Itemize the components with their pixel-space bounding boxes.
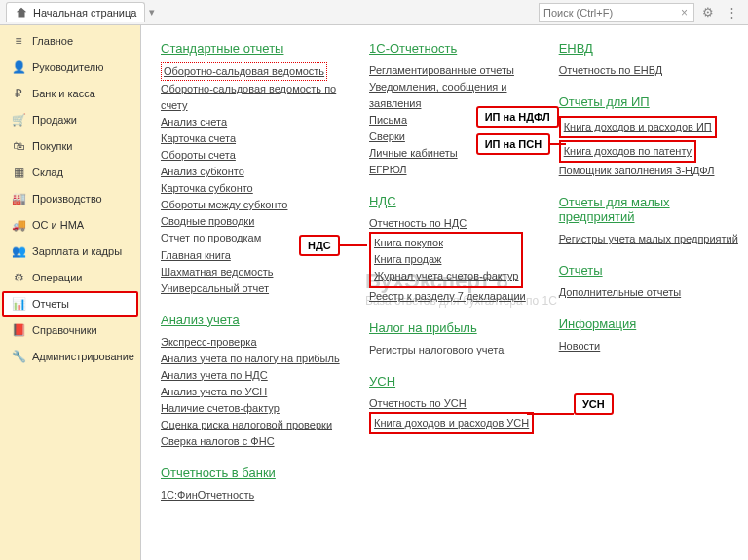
section-usn: УСН Отчетность по УСН Книга доходов и ра… bbox=[369, 374, 540, 434]
link-patent-book[interactable]: Книга доходов по патенту bbox=[564, 143, 692, 160]
menu-icon[interactable]: ⋮ bbox=[722, 5, 742, 19]
link-section7[interactable]: Реестр к разделу 7 декларации bbox=[369, 288, 540, 305]
tab-home[interactable]: Начальная страница bbox=[6, 2, 145, 22]
section-title-1c[interactable]: 1С-Отчетность bbox=[369, 41, 540, 56]
ip-ndfl-box: Книга доходов и расходов ИП bbox=[559, 116, 717, 138]
link-ip-income-book[interactable]: Книга доходов и расходов ИП bbox=[564, 119, 712, 135]
truck-icon: 🚚 bbox=[12, 218, 25, 232]
grid-icon: ▦ bbox=[12, 166, 25, 179]
link-3ndfl[interactable]: Помощник заполнения 3-НДФЛ bbox=[559, 163, 738, 179]
section-envd: ЕНВД Отчетность по ЕНВД bbox=[559, 41, 738, 79]
section-title-standard[interactable]: Стандартные отчеты bbox=[161, 41, 350, 56]
nav-manager[interactable]: 👤Руководителю bbox=[2, 55, 138, 80]
link-nds-analysis[interactable]: Анализ учета по НДС bbox=[161, 367, 350, 384]
link-additional-reports[interactable]: Дополнительные отчеты bbox=[559, 284, 738, 301]
section-bank-reporting: Отчетность в банки 1С:ФинОтчетность bbox=[161, 466, 350, 504]
link-osv[interactable]: Оборотно-сальдовая ведомость bbox=[161, 62, 327, 81]
home-icon bbox=[15, 6, 28, 19]
ip-psn-box: Книга доходов по патенту bbox=[559, 140, 696, 163]
factory-icon: 🏭 bbox=[12, 192, 25, 205]
link-egrul[interactable]: ЕГРЮЛ bbox=[369, 162, 540, 178]
bag-icon: 🛍 bbox=[12, 139, 25, 153]
link-express-check[interactable]: Экспресс-проверка bbox=[161, 334, 350, 351]
link-fin-report[interactable]: 1С:ФинОтчетность bbox=[161, 487, 350, 504]
nav-operations[interactable]: ⚙Операции bbox=[2, 265, 138, 290]
link-risk-assessment[interactable]: Оценка риска налоговой проверки bbox=[161, 417, 350, 433]
section-title-info[interactable]: Информация bbox=[559, 317, 738, 331]
section-title-bank[interactable]: Отчетность в банки bbox=[161, 466, 350, 480]
section-title-small[interactable]: Отчеты для малых предприятий bbox=[559, 195, 738, 224]
link-subconto-between[interactable]: Обороты между субконто bbox=[161, 197, 350, 213]
section-title-profit[interactable]: Налог на прибыль bbox=[369, 320, 540, 335]
book-icon: 📕 bbox=[12, 323, 25, 337]
link-news[interactable]: Новости bbox=[559, 338, 738, 355]
chart-icon: 📊 bbox=[12, 297, 25, 311]
sidebar: ≡Главное 👤Руководителю ₽Банк и касса 🛒Пр… bbox=[0, 25, 141, 560]
link-fns-reconcile[interactable]: Сверка налогов с ФНС bbox=[161, 433, 350, 450]
link-universal[interactable]: Универсальный отчет bbox=[161, 280, 350, 297]
nav-directories[interactable]: 📕Справочники bbox=[2, 317, 138, 343]
section-standard-reports: Стандартные отчеты Оборотно-сальдовая ве… bbox=[161, 41, 350, 297]
callout-usn: УСН bbox=[574, 393, 614, 415]
link-account-turnover[interactable]: Обороты счета bbox=[161, 147, 350, 164]
column-3: ЕНВД Отчетность по ЕНВД ИП на НДФЛ ИП на… bbox=[559, 41, 738, 519]
nav-production[interactable]: 🏭Производство bbox=[2, 186, 138, 211]
nav-salary[interactable]: 👥Зарплата и кадры bbox=[2, 239, 138, 264]
nds-highlighted-box: Книга покупок Книга продаж Журнал учета … bbox=[369, 232, 523, 287]
nav-warehouse[interactable]: ▦Склад bbox=[2, 160, 138, 185]
gear-icon[interactable]: ⚙ bbox=[698, 5, 718, 19]
topbar: Начальная страница ▾ × ⚙ ⋮ bbox=[0, 0, 748, 25]
link-regulated[interactable]: Регламентированные отчеты bbox=[369, 62, 540, 79]
gear-small-icon: ⚙ bbox=[12, 271, 25, 284]
nav-main[interactable]: ≡Главное bbox=[2, 28, 138, 54]
section-nds: НДС НДС Отчетность по НДС Книга покупок … bbox=[369, 194, 540, 304]
link-profit-tax-analysis[interactable]: Анализ учета по налогу на прибыль bbox=[161, 351, 350, 367]
section-info: Информация Новости bbox=[559, 317, 738, 355]
search-clear-icon[interactable]: × bbox=[678, 6, 691, 19]
nav-bank[interactable]: ₽Банк и касса bbox=[2, 81, 138, 106]
list-icon: ≡ bbox=[12, 34, 25, 48]
section-analysis: Анализ учета Экспресс-проверка Анализ уч… bbox=[161, 313, 350, 450]
search-box[interactable]: × bbox=[539, 3, 694, 22]
nav-admin[interactable]: 🔧Администрирование bbox=[2, 344, 138, 369]
link-subconto-analysis[interactable]: Анализ субконто bbox=[161, 164, 350, 180]
callout-ip-ndfl: ИП на НДФЛ bbox=[476, 106, 559, 128]
link-chess[interactable]: Шахматная ведомость bbox=[161, 264, 350, 280]
section-title-analysis[interactable]: Анализ учета bbox=[161, 313, 350, 327]
section-title-nds[interactable]: НДС bbox=[369, 194, 540, 208]
link-consolidated[interactable]: Сводные проводки bbox=[161, 213, 350, 230]
link-osv-account[interactable]: Оборотно-сальдовая ведомость по счету bbox=[161, 81, 350, 114]
link-usn-book[interactable]: Книга доходов и расходов УСН bbox=[374, 415, 529, 431]
tab-dropdown-icon[interactable]: ▾ bbox=[149, 6, 155, 19]
section-title-usn[interactable]: УСН bbox=[369, 374, 540, 389]
link-account-analysis[interactable]: Анализ счета bbox=[161, 114, 350, 131]
link-account-card[interactable]: Карточка счета bbox=[161, 131, 350, 147]
link-small-registers[interactable]: Регистры учета малых предприятий bbox=[559, 231, 738, 247]
section-ip-reports: ИП на НДФЛ ИП на ПСН Отчеты для ИП Книга… bbox=[559, 94, 738, 179]
search-input[interactable] bbox=[543, 7, 678, 19]
link-usn-reporting[interactable]: Отчетность по УСН bbox=[369, 395, 540, 412]
nav-purchases[interactable]: 🛍Покупки bbox=[2, 133, 138, 159]
link-purchase-book[interactable]: Книга покупок bbox=[374, 235, 518, 251]
section-small-business: Отчеты для малых предприятий Регистры уч… bbox=[559, 195, 738, 247]
link-usn-analysis[interactable]: Анализ учета по УСН bbox=[161, 384, 350, 400]
section-reports: Отчеты Дополнительные отчеты bbox=[559, 263, 738, 301]
callout-ip-psn: ИП на ПСН bbox=[476, 133, 550, 155]
usn-highlighted-box: Книга доходов и расходов УСН bbox=[369, 412, 534, 434]
nav-reports[interactable]: 📊Отчеты bbox=[2, 291, 138, 317]
link-invoice-presence[interactable]: Наличие счетов-фактур bbox=[161, 400, 350, 417]
tab-home-label: Начальная страница bbox=[33, 7, 136, 19]
link-tax-registers[interactable]: Регистры налогового учета bbox=[369, 342, 540, 358]
section-title-reports[interactable]: Отчеты bbox=[559, 263, 738, 278]
nav-os-nma[interactable]: 🚚ОС и НМА bbox=[2, 212, 138, 238]
section-title-ip[interactable]: Отчеты для ИП bbox=[559, 94, 738, 109]
people-icon: 👥 bbox=[12, 244, 25, 258]
link-nds-reporting[interactable]: Отчетность по НДС bbox=[369, 215, 540, 232]
link-sales-book[interactable]: Книга продаж bbox=[374, 251, 518, 268]
nav-sales[interactable]: 🛒Продажи bbox=[2, 107, 138, 132]
link-envd-reporting[interactable]: Отчетность по ЕНВД bbox=[559, 62, 738, 79]
ruble-icon: ₽ bbox=[12, 87, 25, 100]
section-title-envd[interactable]: ЕНВД bbox=[559, 41, 738, 56]
link-invoice-journal[interactable]: Журнал учета счетов-фактур bbox=[374, 268, 518, 284]
link-subconto-card[interactable]: Карточка субконто bbox=[161, 180, 350, 197]
